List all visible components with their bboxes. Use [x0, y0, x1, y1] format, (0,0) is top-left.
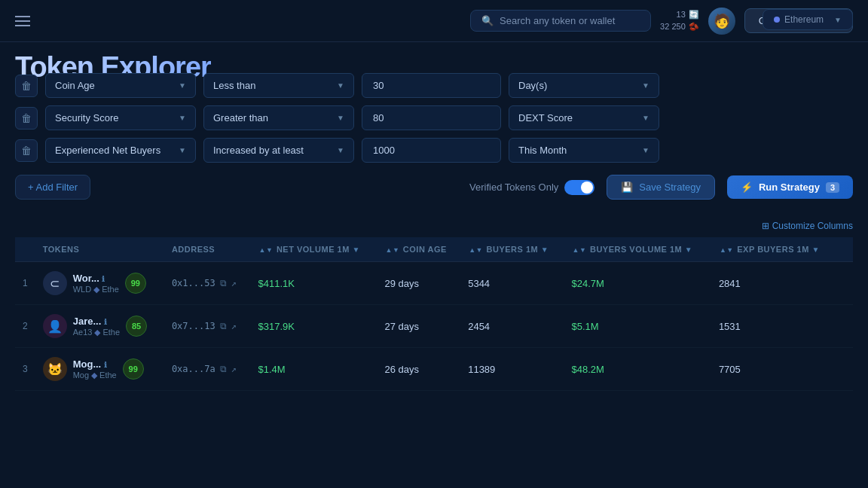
token-avatar: 🐱: [43, 357, 67, 381]
chevron-down-icon: ▼: [642, 146, 649, 154]
filter-unit-2[interactable]: This Month ▼: [509, 138, 659, 163]
col-buyers[interactable]: ▲▼ BUYERS 1M ▼: [460, 237, 564, 262]
copy-icon[interactable]: ⧉: [220, 364, 227, 374]
copy-icon[interactable]: ⧉: [220, 321, 227, 331]
address-cell: 0x1...53 ⧉ ↗: [164, 262, 251, 305]
customize-columns-button[interactable]: ⊞ Customize Columns: [762, 221, 853, 231]
row-num: 2: [15, 305, 35, 348]
token-info: Wor... ℹ WLD ◆ Ethe: [73, 273, 119, 294]
add-filter-button[interactable]: + Add Filter: [15, 175, 90, 200]
col-exp-buyers[interactable]: ▲▼ EXP BUYERS 1M ▼: [711, 237, 836, 262]
filter-field-2[interactable]: Experienced Net Buyers ▼: [45, 138, 196, 163]
buyers: 5344: [460, 262, 564, 305]
save-strategy-button[interactable]: 💾 Save Strategy: [607, 175, 715, 200]
chevron-down-icon: ▼: [337, 146, 344, 154]
verified-toggle[interactable]: [564, 180, 594, 195]
page-content: Token Explorer Ethereum ▼ 🗑 Coin Age ▼ L…: [0, 42, 868, 391]
chevron-down-icon: ▼: [179, 114, 186, 122]
header: 🔍 Search any token or wallet 13 🔄 32 250…: [0, 0, 868, 42]
verified-toggle-row: Verified Tokens Only: [469, 180, 594, 195]
address-text: 0x7...13: [172, 321, 215, 331]
chevron-down-icon: ▼: [337, 81, 344, 90]
col-coin-age[interactable]: ▲▼ COIN AGE: [377, 237, 460, 262]
row-actions: [836, 305, 853, 348]
score-badge: 85: [126, 316, 147, 337]
filter-unit-1[interactable]: DEXT Score ▼: [509, 105, 659, 130]
filter-unit-0[interactable]: Day(s) ▼: [509, 73, 659, 98]
chevron-down-icon: ▼: [642, 81, 649, 90]
hamburger-menu[interactable]: [15, 16, 30, 26]
external-link-icon[interactable]: ↗: [231, 364, 237, 374]
coin-age: 29 days: [377, 262, 460, 305]
table-section: ⊞ Customize Columns TOKENS ADDRESS ▲▼ NE…: [15, 218, 853, 391]
token-name: Jare... ℹ: [73, 316, 120, 327]
sync-icon: 🔄: [689, 9, 699, 20]
buyers: 2454: [460, 305, 564, 348]
avatar[interactable]: 🧑: [708, 8, 735, 35]
copy-icon[interactable]: ⧉: [220, 278, 227, 288]
token-sub: WLD ◆ Ethe: [73, 285, 119, 294]
token-avatar: 👤: [43, 314, 67, 338]
filter-field-0[interactable]: Coin Age ▼: [45, 73, 196, 98]
filter-row-2: 🗑 Experienced Net Buyers ▼ Increased by …: [15, 138, 853, 163]
delete-filter-0[interactable]: 🗑: [15, 75, 38, 97]
table-row: 1 ⊂ Wor... ℹ WLD ◆ Ethe 99 0x1...53 ⧉ ↗ …: [15, 262, 853, 305]
filter-operator-0[interactable]: Less than ▼: [203, 73, 354, 98]
table-header-row: TOKENS ADDRESS ▲▼ NET VOLUME 1M ▼ ▲▼ COI…: [15, 237, 853, 262]
network-label: Ethereum: [784, 14, 824, 25]
delete-filter-2[interactable]: 🗑: [15, 139, 38, 162]
filter-value-1[interactable]: 80: [362, 105, 501, 130]
filter-operator-1[interactable]: Greater than ▼: [203, 105, 354, 130]
col-tokens: TOKENS: [35, 237, 164, 262]
filters-section: 🗑 Coin Age ▼ Less than ▼ 30 Day(s) ▼ 🗑 S…: [15, 73, 853, 163]
buyers-volume: $48.2M: [564, 348, 711, 391]
col-net-volume[interactable]: ▲▼ NET VOLUME 1M ▼: [251, 237, 377, 262]
filter-value-2[interactable]: 1000: [362, 138, 501, 163]
net-volume: $317.9K: [251, 305, 377, 348]
external-link-icon[interactable]: ↗: [231, 278, 237, 288]
filter-row-0: 🗑 Coin Age ▼ Less than ▼ 30 Day(s) ▼: [15, 73, 853, 98]
filter-field-1[interactable]: Security Score ▼: [45, 105, 196, 130]
run-strategy-button[interactable]: ⚡ Run Strategy 3: [727, 175, 853, 199]
token-cell: 👤 Jare... ℹ Ae13 ◆ Ethe 85: [35, 305, 164, 348]
filter-value-0[interactable]: 30: [362, 73, 501, 98]
chevron-down-icon: ▼: [834, 16, 842, 24]
col-buyers-volume[interactable]: ▲▼ BUYERS VOLUME 1M ▼: [564, 237, 711, 262]
search-icon: 🔍: [481, 15, 494, 26]
bean-icon: 🫘: [689, 21, 699, 32]
stats-top: 13: [677, 9, 686, 20]
table-row: 2 👤 Jare... ℹ Ae13 ◆ Ethe 85 0x7...13 ⧉ …: [15, 305, 853, 348]
search-placeholder: Search any token or wallet: [500, 15, 615, 26]
search-bar[interactable]: 🔍 Search any token or wallet: [470, 10, 651, 32]
chevron-down-icon: ▼: [179, 81, 186, 90]
net-volume: $411.1K: [251, 262, 377, 305]
coin-age: 27 days: [377, 305, 460, 348]
network-badge[interactable]: Ethereum ▼: [763, 9, 853, 30]
coin-age: 26 days: [377, 348, 460, 391]
external-link-icon[interactable]: ↗: [231, 321, 237, 331]
address-text: 0x1...53: [172, 278, 215, 288]
run-count-badge: 3: [826, 182, 839, 193]
row-actions: [836, 262, 853, 305]
score-badge: 99: [125, 273, 146, 294]
row-num: 3: [15, 348, 35, 391]
header-left: [15, 16, 30, 26]
eth-dot: [774, 17, 780, 23]
verified-label: Verified Tokens Only: [469, 181, 558, 193]
filter-controls: + Add Filter Verified Tokens Only 💾 Save…: [15, 175, 853, 200]
token-cell: ⊂ Wor... ℹ WLD ◆ Ethe 99: [35, 262, 164, 305]
chevron-down-icon: ▼: [179, 146, 186, 154]
exp-buyers: 1531: [711, 305, 836, 348]
save-icon: 💾: [621, 181, 633, 193]
token-info: Jare... ℹ Ae13 ◆ Ethe: [73, 316, 120, 337]
filter-operator-2[interactable]: Increased by at least ▼: [203, 138, 354, 163]
table-row: 3 🐱 Mog... ℹ Mog ◆ Ethe 99 0xa...7a ⧉ ↗ …: [15, 348, 853, 391]
filter-icon: ⚡: [741, 181, 753, 193]
buyers-volume: $5.1M: [564, 305, 711, 348]
exp-buyers: 2841: [711, 262, 836, 305]
customize-icon: ⊞: [762, 221, 769, 231]
delete-filter-1[interactable]: 🗑: [15, 107, 38, 130]
score-badge: 99: [123, 358, 144, 380]
address-cell: 0xa...7a ⧉ ↗: [164, 348, 251, 391]
token-name: Wor... ℹ: [73, 273, 119, 284]
